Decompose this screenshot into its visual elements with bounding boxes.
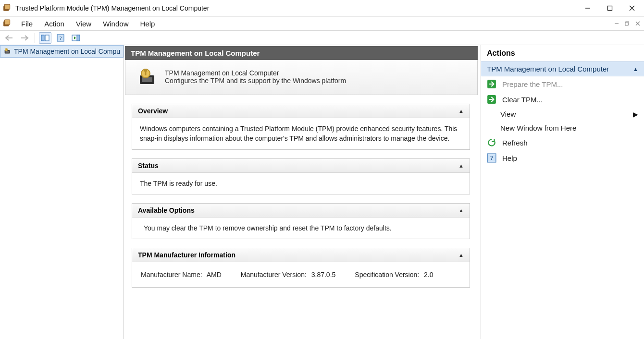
group-options-body: You may clear the TPM to remove ownershi… (132, 218, 470, 239)
refresh-icon (487, 138, 496, 147)
svg-rect-13 (41, 35, 44, 41)
minimize-button[interactable] (577, 1, 599, 15)
action-new-window[interactable]: New Window from Here (481, 121, 644, 135)
collapse-icon: ▲ (633, 66, 638, 72)
action-label: Clear TPM... (502, 96, 543, 104)
workspace: TPM Management on Local Compu TPM Manage… (0, 45, 644, 339)
mmc-icon (3, 19, 12, 28)
mfr-row: Manufacturer Name: AMD Manufacturer Vers… (140, 268, 462, 281)
tpm-chip-large-icon (137, 67, 157, 87)
menu-file[interactable]: File (15, 18, 38, 30)
menu-view[interactable]: View (70, 18, 97, 30)
tree-node-label: TPM Management on Local Compu (14, 48, 120, 55)
help-icon: ? (487, 153, 496, 163)
group-available-options: Available Options ▲ You may clear the TP… (132, 203, 470, 239)
nav-forward-button[interactable] (18, 32, 31, 44)
mdi-minimize-button[interactable] (612, 20, 621, 27)
svg-rect-1 (4, 4, 10, 9)
show-hide-action-pane-button[interactable] (70, 32, 82, 44)
action-prepare-tpm[interactable]: Prepare the TPM... (481, 76, 644, 92)
mdi-close-button[interactable] (633, 20, 642, 27)
group-overview-body: Windows computers containing a Trusted P… (132, 118, 470, 149)
title-bar: Trusted Platform Module (TPM) Management… (0, 0, 644, 16)
collapse-icon: ▲ (458, 207, 464, 213)
svg-rect-28 (145, 72, 147, 75)
window-controls (577, 1, 643, 15)
action-label: Help (502, 154, 517, 162)
mdi-controls (612, 20, 644, 27)
nav-back-button[interactable] (3, 32, 15, 44)
svg-text:?: ? (60, 35, 62, 41)
svg-rect-21 (5, 51, 9, 53)
window-title: Trusted Platform Module (TPM) Management… (15, 4, 577, 12)
collapse-icon: ▲ (458, 252, 464, 258)
menu-action[interactable]: Action (38, 18, 70, 30)
action-clear-tpm[interactable]: Clear TPM... (481, 92, 644, 107)
arrow-right-green-icon (487, 79, 496, 89)
details-banner: TPM Management on Local Computer Configu… (125, 60, 478, 95)
collapse-icon: ▲ (458, 108, 464, 114)
actions-title: Actions (481, 45, 644, 61)
svg-rect-18 (77, 35, 80, 41)
menu-window[interactable]: Window (97, 18, 134, 30)
toolbar-separator (35, 33, 35, 43)
mdi-restore-button[interactable] (623, 20, 632, 27)
action-label: Prepare the TPM... (502, 80, 563, 88)
actions-subheader[interactable]: TPM Management on Local Computer ▲ (481, 61, 644, 76)
mfr-name-label: Manufacturer Name: (141, 271, 202, 278)
tpm-chip-icon (3, 47, 11, 56)
mfr-name-value: AMD (207, 271, 222, 278)
svg-rect-3 (608, 6, 612, 11)
svg-rect-7 (4, 20, 10, 24)
group-status-body: The TPM is ready for use. (132, 173, 470, 194)
tree-pane: TPM Management on Local Compu (0, 45, 124, 339)
tree-node-tpm-root[interactable]: TPM Management on Local Compu (0, 45, 124, 58)
svg-text:?: ? (490, 154, 493, 161)
group-status-header[interactable]: Status ▲ (132, 159, 470, 173)
action-label: Refresh (502, 139, 528, 147)
action-refresh[interactable]: Refresh (481, 135, 644, 150)
details-pane: TPM Management on Local Computer TPM Man… (124, 45, 481, 339)
svg-rect-14 (45, 35, 49, 41)
menu-bar: File Action View Window Help (0, 16, 644, 31)
mfr-version-label: Manufacturer Version: (241, 271, 307, 278)
toolbar: ? (0, 31, 644, 45)
app-icon (3, 4, 12, 12)
action-label: New Window from Here (500, 124, 576, 132)
group-mfr-title: TPM Manufacturer Information (138, 251, 235, 259)
group-overview: Overview ▲ Windows computers containing … (132, 104, 470, 150)
help-button[interactable]: ? (54, 32, 67, 44)
collapse-icon: ▲ (458, 163, 464, 169)
show-hide-tree-button[interactable] (39, 32, 51, 44)
group-options-header[interactable]: Available Options ▲ (132, 204, 470, 218)
group-status-title: Status (138, 162, 159, 170)
close-button[interactable] (621, 1, 643, 15)
arrow-right-green-icon (487, 95, 496, 104)
banner-title: TPM Management on Local Computer (165, 69, 346, 77)
svg-rect-27 (144, 69, 147, 72)
action-label: View (500, 110, 516, 118)
action-view[interactable]: View ▶ (481, 107, 644, 121)
details-header: TPM Management on Local Computer (125, 46, 478, 60)
svg-rect-10 (625, 23, 628, 25)
group-mfr-header[interactable]: TPM Manufacturer Information ▲ (132, 248, 470, 262)
actions-subheader-label: TPM Management on Local Computer (487, 65, 609, 73)
group-status: Status ▲ The TPM is ready for use. (132, 158, 470, 194)
chevron-right-icon: ▶ (633, 110, 638, 118)
spec-version-value: 2.0 (424, 271, 433, 278)
banner-text: TPM Management on Local Computer Configu… (165, 69, 346, 85)
mfr-version-value: 3.87.0.5 (311, 271, 336, 278)
maximize-button[interactable] (599, 1, 621, 15)
group-overview-header[interactable]: Overview ▲ (132, 104, 470, 118)
actions-pane: Actions TPM Management on Local Computer… (481, 45, 644, 339)
banner-description: Configures the TPM and its support by th… (165, 77, 346, 85)
menu-help[interactable]: Help (134, 18, 161, 30)
group-manufacturer-info: TPM Manufacturer Information ▲ Manufactu… (132, 248, 470, 288)
group-overview-title: Overview (138, 107, 168, 115)
group-options-title: Available Options (138, 206, 195, 214)
spec-version-label: Specification Version: (355, 271, 419, 278)
svg-rect-23 (6, 49, 7, 50)
action-help[interactable]: ? Help (481, 150, 644, 166)
